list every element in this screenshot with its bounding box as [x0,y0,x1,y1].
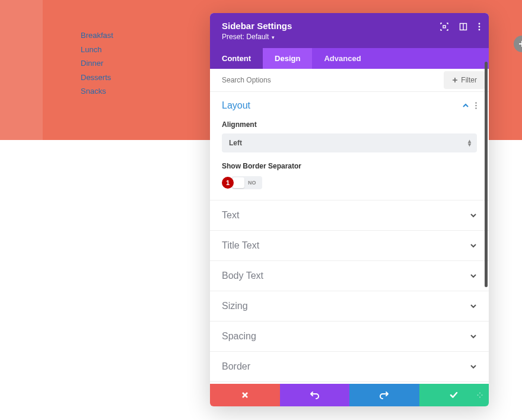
section-border[interactable]: Border [210,352,489,382]
section-layout: Layout Alignment Left ▴▾ Show Border Sep… [210,92,489,201]
undo-icon [310,391,319,399]
menu-item-dinner[interactable]: Dinner [81,59,113,67]
panel-body: Layout Alignment Left ▴▾ Show Border Sep… [210,92,489,384]
redo-button[interactable] [349,384,419,406]
scrollbar[interactable] [485,62,488,361]
section-title-layout[interactable]: Layout [222,100,250,111]
chevron-down-icon [470,363,477,370]
search-bar: Filter [210,69,489,92]
annotation-marker-1: 1 [222,177,234,189]
page-sidebar-menu: Breakfast Lunch Dinner Desserts Snacks [81,31,113,101]
cancel-button[interactable] [210,384,280,406]
chevron-down-icon [470,303,477,310]
section-title-text[interactable]: Title Text [210,231,489,261]
svg-point-10 [475,107,476,109]
undo-button[interactable] [280,384,350,406]
toggle-knob [233,177,244,188]
svg-point-8 [475,102,476,103]
plus-icon [518,40,522,47]
border-separator-toggle[interactable]: NO [231,176,262,189]
redo-icon [380,391,389,399]
snap-icon[interactable] [459,23,467,31]
menu-item-lunch[interactable]: Lunch [81,46,113,53]
select-arrows-icon: ▴▾ [468,139,471,147]
svg-point-15 [479,397,480,398]
alignment-select[interactable]: Left ▴▾ [222,133,477,152]
section-body-text[interactable]: Body Text [210,261,489,291]
save-button[interactable] [419,384,489,406]
kebab-menu-icon[interactable] [478,23,480,31]
toggle-label: NO [248,180,256,186]
section-spacing[interactable]: Spacing [210,322,489,352]
preset-dropdown[interactable]: Preset: Default ▾ [222,33,477,41]
chevron-down-icon [470,272,477,279]
panel-header[interactable]: Sidebar Settings Preset: Default ▾ [210,13,489,48]
svg-point-14 [482,394,483,396]
spinner-icon [477,392,483,398]
svg-point-9 [475,105,476,106]
svg-point-4 [479,26,480,28]
tab-design[interactable]: Design [263,48,312,69]
svg-point-13 [479,393,480,394]
section-kebab-icon[interactable] [475,102,477,109]
footer-actions [210,384,489,406]
collapse-icon[interactable] [462,102,469,109]
chevron-down-icon [470,212,477,219]
scrollbar-thumb[interactable] [485,62,488,287]
filter-button[interactable]: Filter [444,71,485,89]
menu-item-breakfast[interactable]: Breakfast [81,31,113,39]
section-text[interactable]: Text [210,201,489,231]
search-input[interactable] [210,70,440,90]
panel-title: Sidebar Settings [222,21,477,31]
svg-point-5 [479,29,480,31]
svg-rect-0 [443,26,445,28]
menu-item-snacks[interactable]: Snacks [81,87,113,95]
check-icon [450,392,458,399]
settings-panel: Sidebar Settings Preset: Default ▾ [210,13,489,406]
expand-icon[interactable] [440,23,448,31]
plus-icon [452,77,458,83]
svg-point-16 [478,394,479,396]
close-icon [241,392,249,399]
chevron-down-icon [470,333,477,340]
section-sizing[interactable]: Sizing [210,291,489,322]
tab-advanced[interactable]: Advanced [312,48,373,69]
svg-point-3 [479,23,480,25]
alignment-label: Alignment [222,120,477,129]
border-separator-label: Show Border Separator [222,162,477,170]
tabs: Content Design Advanced [210,48,489,69]
chevron-down-icon [470,242,477,249]
tab-content[interactable]: Content [210,48,263,69]
menu-item-desserts[interactable]: Desserts [81,74,113,81]
